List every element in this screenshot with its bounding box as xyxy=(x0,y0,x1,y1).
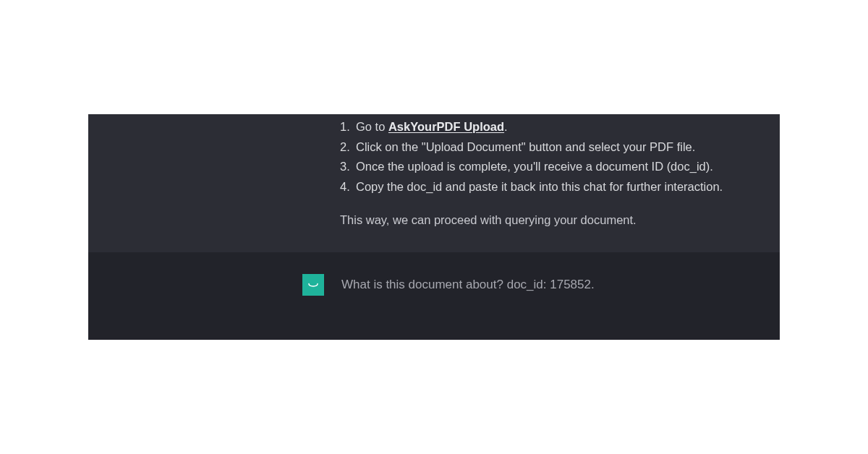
assistant-closing: This way, we can proceed with querying y… xyxy=(340,210,762,231)
chat-window: Go to AskYourPDF Upload. Click on the "U… xyxy=(88,114,780,340)
user-message: What is this document about? doc_id: 175… xyxy=(88,252,780,340)
assistant-content: Go to AskYourPDF Upload. Click on the "U… xyxy=(340,117,762,231)
smile-icon xyxy=(307,278,320,291)
user-avatar xyxy=(302,274,324,296)
instruction-step-3: Once the upload is complete, you'll rece… xyxy=(340,157,762,177)
assistant-message: Go to AskYourPDF Upload. Click on the "U… xyxy=(88,114,780,252)
instruction-step-2: Click on the "Upload Document" button an… xyxy=(340,137,762,158)
instruction-step-4: Copy the doc_id and paste it back into t… xyxy=(340,177,762,197)
step-1-suffix: . xyxy=(504,120,508,133)
instruction-step-1: Go to AskYourPDF Upload. xyxy=(340,117,762,137)
user-message-text: What is this document about? doc_id: 175… xyxy=(341,274,595,296)
step-1-prefix: Go to xyxy=(356,120,388,133)
instruction-list: Go to AskYourPDF Upload. Click on the "U… xyxy=(340,117,762,197)
askyourpdf-upload-link[interactable]: AskYourPDF Upload xyxy=(388,120,504,133)
